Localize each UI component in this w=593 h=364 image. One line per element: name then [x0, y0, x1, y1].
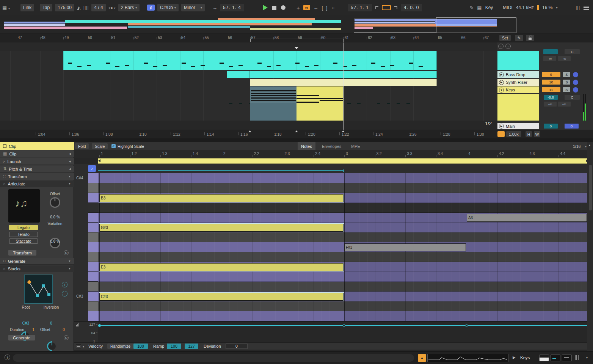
partial-pan-box[interactable]: C — [565, 49, 580, 54]
midi-note[interactable]: C#3 — [99, 293, 344, 301]
legato-button[interactable]: Legato — [9, 225, 38, 230]
stacks-remove-icon[interactable]: − — [62, 291, 67, 297]
variation-value[interactable]: 0.0 % — [43, 239, 67, 243]
arrangement-clip[interactable] — [413, 71, 437, 78]
scroll-up-icon[interactable]: ▴ — [589, 143, 590, 147]
randomize-amount-box[interactable]: 100 — [133, 344, 148, 349]
time-signature-field[interactable]: 4 / 4 — [91, 4, 105, 11]
piano-roll[interactable]: C#4C#3B3A3G#3F#3E3C#3 — [74, 142, 593, 351]
inversion-value[interactable]: 0 — [39, 321, 63, 325]
piano-key[interactable] — [88, 183, 98, 193]
velocity-marker[interactable] — [343, 324, 345, 327]
expand-icon[interactable]: ▼ — [68, 260, 71, 262]
piano-key[interactable] — [88, 272, 98, 282]
apply-transform-button[interactable]: Transform — [8, 250, 36, 256]
velocity-marker[interactable] — [98, 324, 101, 327]
editor-scrollbar[interactable]: ▴ — [587, 142, 593, 351]
scroll-left-button[interactable]: ← — [498, 44, 504, 49]
collapse-icon[interactable]: ◀ — [69, 168, 71, 171]
follow-button[interactable] — [497, 131, 505, 137]
generate-tool-menu[interactable]: ○Stacks▼ — [0, 265, 74, 272]
punch-out-icon[interactable] — [394, 6, 397, 9]
tap-tempo-button[interactable]: Tap — [40, 4, 52, 11]
loop-end-marker-icon[interactable] — [342, 130, 345, 132]
arrangement-overview[interactable] — [0, 15, 593, 33]
arrangement-position-display[interactable]: 57. 1. 4 — [220, 4, 244, 11]
tempo-field[interactable]: 175.00 — [55, 4, 74, 11]
info-icon[interactable]: i — [5, 355, 10, 360]
punch-in-icon[interactable] — [375, 6, 378, 9]
track-freeze-icon[interactable] — [573, 87, 578, 93]
track-unfold-icon[interactable]: ▼ — [499, 88, 504, 93]
piano-key[interactable] — [88, 193, 98, 203]
loop-switch[interactable] — [382, 5, 391, 10]
scroll-thumb[interactable] — [589, 165, 592, 210]
piano-key[interactable] — [88, 203, 98, 213]
piano-key[interactable] — [88, 173, 98, 183]
section-pitch-time[interactable]: ⇅Pitch & Time◀ — [0, 166, 74, 173]
insert-marker-icon[interactable] — [295, 47, 298, 49]
section-clip[interactable]: ▦Clip◀ — [0, 151, 74, 157]
staccato-button[interactable]: Staccato — [9, 238, 38, 244]
generate-refresh-icon[interactable]: ↻ — [64, 335, 69, 340]
track-play-icon[interactable]: ▶ — [499, 124, 504, 129]
arrangement-clip[interactable] — [227, 71, 250, 78]
count-in-icon[interactable]: |||| — [83, 6, 89, 10]
midi-note[interactable]: A3 — [467, 214, 587, 222]
collapse-icon[interactable]: ◀ — [69, 152, 71, 155]
duration-value[interactable]: 1 — [30, 328, 36, 332]
ramp-to-box[interactable]: 127 — [185, 344, 198, 349]
overdub-plus-icon[interactable]: + — [296, 5, 300, 11]
status-dropdown-icon[interactable]: ▾ — [586, 356, 588, 359]
grid-menu-icon[interactable]: ▦ ▾ — [2, 5, 10, 11]
insert-marker-bottom-icon[interactable] — [295, 130, 298, 132]
track-header-keys[interactable]: ▼ Keys — [497, 86, 539, 93]
lock-button[interactable] — [526, 35, 534, 41]
session-record-icon[interactable]: ○ — [331, 5, 334, 11]
partial-volume-box[interactable] — [543, 49, 558, 54]
loop-length-display[interactable]: 4. 0. 0 — [401, 4, 422, 11]
piano-key[interactable] — [88, 232, 98, 242]
solo-button[interactable]: S — [563, 87, 570, 92]
solo-button[interactable]: S — [563, 80, 570, 85]
play-button[interactable] — [263, 5, 268, 10]
key-map-button[interactable]: Key — [485, 5, 493, 10]
loop-start-display[interactable]: 57. 1. 1 — [348, 4, 372, 11]
arrangement-loop-brace[interactable] — [250, 39, 344, 42]
track-freeze-icon[interactable] — [573, 80, 578, 85]
midi-note[interactable]: E3 — [99, 263, 344, 271]
partial-send-a-box[interactable]: -∞ — [543, 56, 556, 61]
arrangement-time-ruler[interactable]: 1:041:061:081:101:121:141:161:181:201:22… — [0, 130, 593, 138]
arrangement-clip[interactable] — [250, 71, 344, 78]
offset-value[interactable]: 0.0 % — [43, 215, 67, 219]
piano-key[interactable] — [88, 282, 98, 292]
follow-arrow-icon[interactable]: → — [212, 5, 217, 11]
metronome-icon[interactable]: ◭ — [77, 5, 81, 11]
groove-icon[interactable]: ○● ▾ — [108, 6, 116, 10]
scale-mode-icon[interactable]: ♯ — [147, 5, 155, 11]
mini-device-display-1[interactable] — [551, 355, 560, 361]
scale-root-menu[interactable]: C#/Db▾ — [157, 4, 179, 11]
inversion-knob[interactable] — [47, 341, 57, 351]
keys-send-a-box[interactable]: -∞ — [544, 102, 557, 107]
lane-collapse-button[interactable] — [76, 344, 81, 348]
draw-mode-icon[interactable]: ✎ — [469, 5, 474, 11]
track-color-partial[interactable] — [497, 51, 539, 70]
arrangement-beat-ruler[interactable]: 4748495051525354555657585960616263646566… — [0, 33, 593, 42]
track-number-box[interactable]: 11 — [542, 87, 560, 92]
piano-key[interactable] — [88, 223, 98, 232]
piano-key[interactable] — [88, 292, 98, 301]
overview-viewport-1[interactable] — [436, 17, 516, 33]
back-to-arrangement-icon[interactable]: ← — [314, 5, 318, 11]
arrangement-clip[interactable] — [344, 71, 413, 78]
randomize-button[interactable]: Randomize — [107, 344, 133, 349]
device-play-icon[interactable]: ▶ — [513, 355, 516, 359]
mini-device-display-2[interactable] — [562, 355, 572, 361]
mixer-bars-icon[interactable]: ||| — [576, 5, 580, 10]
keys-volume-box[interactable]: -6.6 — [544, 95, 558, 100]
stop-button[interactable] — [272, 6, 276, 10]
piano-key[interactable] — [88, 262, 98, 272]
track-number-box[interactable]: 10 — [542, 80, 560, 85]
clip-tab[interactable]: Clip — [0, 142, 74, 150]
transform-refresh-icon[interactable]: ↻ — [64, 250, 69, 255]
